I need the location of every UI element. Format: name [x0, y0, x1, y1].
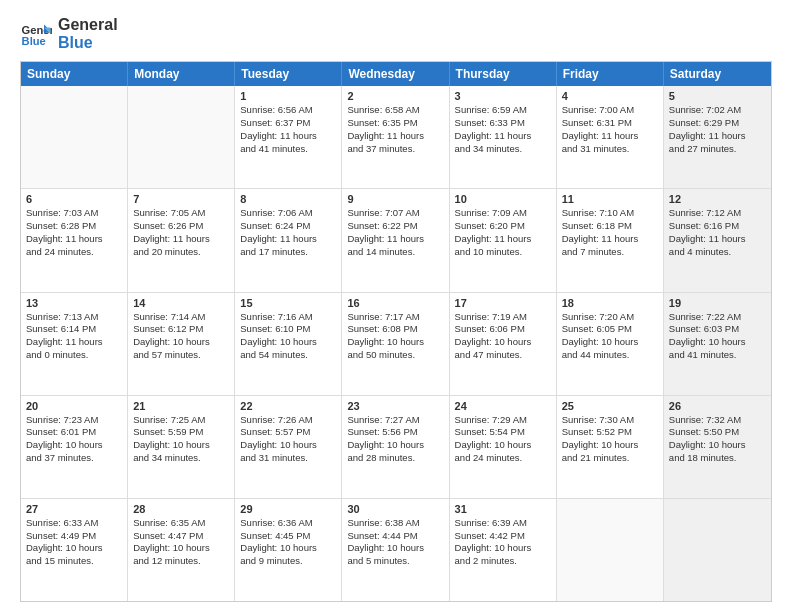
cell-text-line: and 54 minutes. — [240, 349, 336, 362]
day-number: 30 — [347, 503, 443, 515]
cell-text-line: and 57 minutes. — [133, 349, 229, 362]
cell-text-line: and 10 minutes. — [455, 246, 551, 259]
cell-text-line: Sunset: 6:37 PM — [240, 117, 336, 130]
calendar-row-4: 27Sunrise: 6:33 AMSunset: 4:49 PMDayligh… — [21, 498, 771, 601]
cell-text-line: Sunset: 5:54 PM — [455, 426, 551, 439]
cell-text-line: and 2 minutes. — [455, 555, 551, 568]
cell-text-line: Sunrise: 6:33 AM — [26, 517, 122, 530]
cell-text-line: Sunset: 6:22 PM — [347, 220, 443, 233]
day-number: 21 — [133, 400, 229, 412]
cell-text-line: Sunrise: 6:35 AM — [133, 517, 229, 530]
cell-text-line: Sunset: 5:59 PM — [133, 426, 229, 439]
cell-text-line: Daylight: 11 hours — [562, 233, 658, 246]
calendar-cell — [557, 499, 664, 601]
day-number: 29 — [240, 503, 336, 515]
cell-text-line: Sunset: 5:50 PM — [669, 426, 766, 439]
cell-text-line: Daylight: 10 hours — [133, 542, 229, 555]
weekday-header-sunday: Sunday — [21, 62, 128, 86]
calendar-row-2: 13Sunrise: 7:13 AMSunset: 6:14 PMDayligh… — [21, 292, 771, 395]
day-number: 2 — [347, 90, 443, 102]
cell-text-line: Daylight: 11 hours — [240, 233, 336, 246]
cell-text-line: Sunrise: 7:12 AM — [669, 207, 766, 220]
cell-text-line: Sunrise: 7:25 AM — [133, 414, 229, 427]
calendar-row-3: 20Sunrise: 7:23 AMSunset: 6:01 PMDayligh… — [21, 395, 771, 498]
cell-text-line: and 34 minutes. — [455, 143, 551, 156]
day-number: 27 — [26, 503, 122, 515]
cell-text-line: and 50 minutes. — [347, 349, 443, 362]
logo-line1: General — [58, 16, 118, 34]
cell-text-line: Sunset: 6:33 PM — [455, 117, 551, 130]
calendar-cell: 10Sunrise: 7:09 AMSunset: 6:20 PMDayligh… — [450, 189, 557, 291]
cell-text-line: and 15 minutes. — [26, 555, 122, 568]
day-number: 20 — [26, 400, 122, 412]
cell-text-line: Sunrise: 7:16 AM — [240, 311, 336, 324]
cell-text-line: Daylight: 10 hours — [240, 439, 336, 452]
cell-text-line: Sunset: 5:57 PM — [240, 426, 336, 439]
cell-text-line: Sunset: 6:28 PM — [26, 220, 122, 233]
calendar-cell: 21Sunrise: 7:25 AMSunset: 5:59 PMDayligh… — [128, 396, 235, 498]
calendar-cell: 1Sunrise: 6:56 AMSunset: 6:37 PMDaylight… — [235, 86, 342, 188]
day-number: 26 — [669, 400, 766, 412]
day-number: 6 — [26, 193, 122, 205]
cell-text-line: Sunset: 6:06 PM — [455, 323, 551, 336]
cell-text-line: Daylight: 10 hours — [455, 542, 551, 555]
cell-text-line: Sunrise: 7:32 AM — [669, 414, 766, 427]
cell-text-line: Sunset: 6:14 PM — [26, 323, 122, 336]
weekday-header-wednesday: Wednesday — [342, 62, 449, 86]
cell-text-line: Sunrise: 7:23 AM — [26, 414, 122, 427]
day-number: 11 — [562, 193, 658, 205]
cell-text-line: Sunrise: 7:27 AM — [347, 414, 443, 427]
cell-text-line: and 37 minutes. — [347, 143, 443, 156]
day-number: 31 — [455, 503, 551, 515]
cell-text-line: Sunset: 6:10 PM — [240, 323, 336, 336]
cell-text-line: Sunset: 6:18 PM — [562, 220, 658, 233]
calendar-cell — [664, 499, 771, 601]
cell-text-line: and 28 minutes. — [347, 452, 443, 465]
cell-text-line: Sunrise: 6:38 AM — [347, 517, 443, 530]
cell-text-line: Sunrise: 7:22 AM — [669, 311, 766, 324]
day-number: 22 — [240, 400, 336, 412]
cell-text-line: Sunrise: 7:07 AM — [347, 207, 443, 220]
logo-line2: Blue — [58, 34, 118, 52]
cell-text-line: Sunset: 6:35 PM — [347, 117, 443, 130]
cell-text-line: Daylight: 10 hours — [26, 542, 122, 555]
day-number: 15 — [240, 297, 336, 309]
cell-text-line: Sunset: 4:44 PM — [347, 530, 443, 543]
cell-text-line: Daylight: 10 hours — [562, 336, 658, 349]
day-number: 9 — [347, 193, 443, 205]
cell-text-line: Sunrise: 7:03 AM — [26, 207, 122, 220]
cell-text-line: Daylight: 10 hours — [133, 336, 229, 349]
cell-text-line: and 24 minutes. — [26, 246, 122, 259]
cell-text-line: Daylight: 10 hours — [455, 336, 551, 349]
cell-text-line: and 17 minutes. — [240, 246, 336, 259]
cell-text-line: Sunset: 5:56 PM — [347, 426, 443, 439]
cell-text-line: Sunset: 6:01 PM — [26, 426, 122, 439]
cell-text-line: Daylight: 11 hours — [133, 233, 229, 246]
cell-text-line: Sunrise: 6:58 AM — [347, 104, 443, 117]
calendar-cell: 24Sunrise: 7:29 AMSunset: 5:54 PMDayligh… — [450, 396, 557, 498]
cell-text-line: Sunrise: 7:17 AM — [347, 311, 443, 324]
calendar-header: SundayMondayTuesdayWednesdayThursdayFrid… — [21, 62, 771, 86]
cell-text-line: Sunset: 6:26 PM — [133, 220, 229, 233]
cell-text-line: Sunset: 4:45 PM — [240, 530, 336, 543]
cell-text-line: and 21 minutes. — [562, 452, 658, 465]
cell-text-line: Daylight: 10 hours — [240, 542, 336, 555]
calendar-cell: 30Sunrise: 6:38 AMSunset: 4:44 PMDayligh… — [342, 499, 449, 601]
cell-text-line: Daylight: 10 hours — [347, 439, 443, 452]
cell-text-line: Daylight: 11 hours — [562, 130, 658, 143]
day-number: 12 — [669, 193, 766, 205]
cell-text-line: Sunset: 4:49 PM — [26, 530, 122, 543]
calendar-cell: 22Sunrise: 7:26 AMSunset: 5:57 PMDayligh… — [235, 396, 342, 498]
weekday-header-tuesday: Tuesday — [235, 62, 342, 86]
calendar-cell: 19Sunrise: 7:22 AMSunset: 6:03 PMDayligh… — [664, 293, 771, 395]
cell-text-line: Daylight: 10 hours — [347, 336, 443, 349]
cell-text-line: Daylight: 10 hours — [240, 336, 336, 349]
calendar-cell: 31Sunrise: 6:39 AMSunset: 4:42 PMDayligh… — [450, 499, 557, 601]
cell-text-line: and 24 minutes. — [455, 452, 551, 465]
calendar-cell: 3Sunrise: 6:59 AMSunset: 6:33 PMDaylight… — [450, 86, 557, 188]
calendar-cell: 12Sunrise: 7:12 AMSunset: 6:16 PMDayligh… — [664, 189, 771, 291]
cell-text-line: and 12 minutes. — [133, 555, 229, 568]
day-number: 8 — [240, 193, 336, 205]
calendar-cell: 8Sunrise: 7:06 AMSunset: 6:24 PMDaylight… — [235, 189, 342, 291]
calendar-cell: 15Sunrise: 7:16 AMSunset: 6:10 PMDayligh… — [235, 293, 342, 395]
